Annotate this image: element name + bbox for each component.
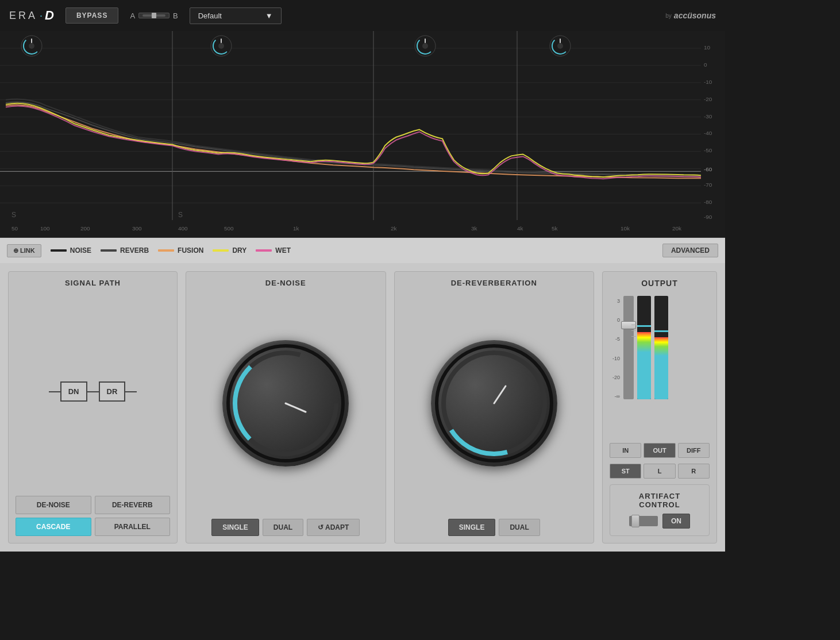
deverb-panel: DE-REVERBERATION SINGLE DUAL [394, 271, 595, 543]
meter-level-right [654, 337, 668, 399]
bypass-button[interactable]: BYPASS [65, 7, 118, 24]
denoise-knob[interactable] [222, 340, 349, 466]
preset-selector[interactable]: Default ▼ [190, 7, 282, 24]
deverb-knob-container [431, 293, 557, 513]
denoise-button[interactable]: DE-NOISE [16, 496, 91, 514]
header-right: by accüsonus [665, 11, 716, 20]
sp-line-right [125, 391, 137, 392]
artifact-on-button[interactable]: ON [662, 514, 690, 529]
chevron-down-icon: ▼ [265, 11, 273, 20]
meter-peak-left [637, 325, 651, 327]
st-button[interactable]: ST [610, 464, 641, 479]
legend-dry: DRY [213, 246, 246, 255]
svg-text:20k: 20k [672, 225, 681, 232]
signal-path-diagram: DN DR [16, 293, 170, 490]
wet-line [256, 249, 272, 252]
sp-box-dn: DN [60, 381, 87, 402]
svg-text:10k: 10k [621, 225, 630, 232]
artifact-slider[interactable] [629, 516, 658, 526]
dry-label: DRY [232, 246, 246, 255]
logo-d: D [45, 8, 54, 23]
fusion-label: FUSION [178, 246, 203, 255]
brand-logo: accüsonus [674, 11, 716, 20]
svg-text:3k: 3k [471, 225, 477, 232]
cascade-button[interactable]: CASCADE [16, 518, 91, 536]
svg-text:50: 50 [11, 225, 18, 232]
by-label: by [665, 13, 672, 19]
svg-line-60 [286, 403, 306, 412]
artifact-control-title: ARTIFACT CONTROL [617, 492, 702, 509]
db-label-10: -10 [610, 356, 620, 361]
denoise-knob-container [222, 293, 349, 513]
signal-path-panel: SIGNAL PATH DN DR DE-NOISE DE-REVERB CAS… [8, 271, 178, 543]
svg-point-29 [557, 43, 563, 49]
svg-text:1k: 1k [293, 225, 299, 232]
in-button[interactable]: IN [610, 443, 641, 458]
sp-diagram: DN DR [49, 381, 137, 402]
reverb-line [101, 249, 117, 252]
denoise-adapt-button[interactable]: ↺ ADAPT [307, 519, 360, 536]
out-button[interactable]: OUT [644, 443, 675, 458]
svg-point-17 [29, 43, 34, 49]
svg-line-64 [494, 386, 506, 403]
denoise-panel: DE-NOISE SINGLE DUA [186, 271, 386, 543]
meter-bar-right [654, 296, 668, 399]
deverb-dual-button[interactable]: DUAL [499, 519, 540, 536]
r-button[interactable]: R [678, 464, 710, 479]
svg-text:-10: -10 [704, 79, 712, 85]
db-label-inf: -∞ [610, 394, 620, 399]
svg-text:4k: 4k [517, 225, 523, 232]
denoise-dual-button[interactable]: DUAL [263, 519, 303, 536]
svg-text:-20: -20 [704, 96, 712, 102]
svg-text:400: 400 [178, 225, 188, 232]
svg-text:10: 10 [704, 44, 711, 51]
sp-line-middle [87, 391, 99, 392]
ab-a-label: A [130, 11, 135, 20]
dereverb-button[interactable]: DE-REVERB [95, 496, 171, 514]
svg-text:500: 500 [224, 225, 234, 232]
ab-thumb [152, 13, 156, 18]
legend-reverb: REVERB [101, 246, 149, 255]
spectrum-area: S S 50 100 200 300 400 500 1k 2k 3k 4k 5… [0, 31, 725, 238]
deverb-mode-buttons: SINGLE DUAL [402, 519, 587, 536]
svg-text:300: 300 [132, 225, 142, 232]
meter-bar-left [637, 296, 651, 399]
svg-text:-90: -90 [704, 214, 712, 220]
ab-slider[interactable] [138, 13, 169, 18]
deverb-single-button[interactable]: SINGLE [448, 519, 496, 536]
output-panel: OUTPUT 3 0 -5 -10 -20 -∞ [602, 271, 717, 543]
artifact-controls: ON [617, 514, 702, 529]
svg-text:-50: -50 [704, 147, 712, 153]
meter-level-left [637, 332, 651, 399]
svg-text:200: 200 [80, 225, 90, 232]
ab-track [142, 14, 165, 17]
svg-text:-40: -40 [704, 130, 712, 137]
svg-text:-60: -60 [704, 166, 712, 172]
deverb-knob[interactable] [431, 340, 557, 466]
parallel-button[interactable]: PARALLEL [95, 518, 171, 536]
signal-path-buttons: DE-NOISE DE-REVERB CASCADE PARALLEL [16, 496, 170, 536]
denoise-mode-buttons: SINGLE DUAL ↺ ADAPT [193, 519, 379, 536]
denoise-title: DE-NOISE [265, 279, 306, 287]
link-button[interactable]: ⊕ LINK [7, 244, 41, 257]
output-title: OUTPUT [610, 279, 710, 288]
fader-thumb[interactable] [621, 321, 636, 329]
output-fader[interactable] [623, 296, 634, 399]
denoise-single-button[interactable]: SINGLE [211, 519, 259, 536]
legend-wet: WET [256, 246, 291, 255]
svg-text:100: 100 [40, 225, 50, 232]
legend-fusion: FUSION [158, 246, 203, 255]
sp-box-dr: DR [99, 381, 126, 402]
deverb-title: DE-REVERBERATION [451, 279, 537, 287]
noise-label: NOISE [70, 246, 91, 255]
l-button[interactable]: L [644, 464, 675, 479]
db-label-20: -20 [610, 375, 620, 380]
svg-point-25 [422, 43, 428, 49]
advanced-button[interactable]: ADVANCED [662, 244, 718, 257]
artifact-slider-thumb[interactable] [631, 515, 639, 527]
logo-era: ERA [9, 10, 37, 22]
svg-text:2k: 2k [391, 225, 397, 232]
fusion-line [158, 249, 174, 252]
legend-bar: ⊕ LINK NOISE REVERB FUSION DRY WET ADVAN… [0, 238, 725, 263]
diff-button[interactable]: DIFF [678, 443, 710, 458]
